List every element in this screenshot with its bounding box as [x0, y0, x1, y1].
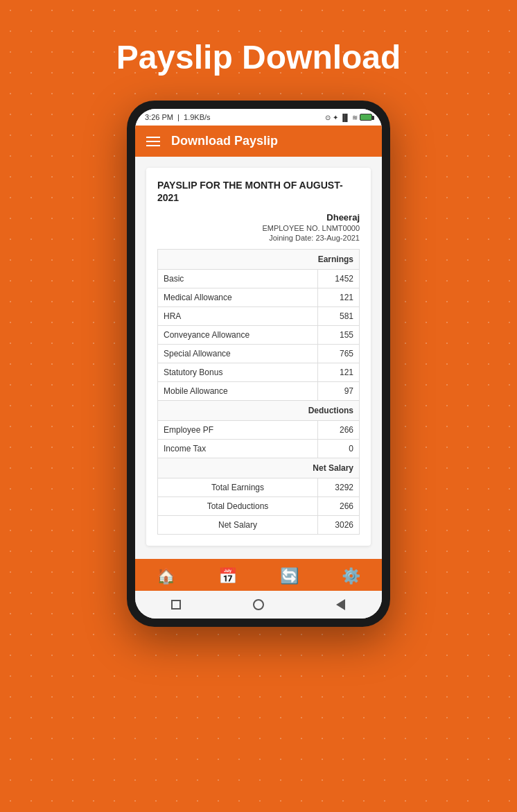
employee-no: EMPLOYEE NO. LNMT0000 — [157, 224, 360, 232]
refresh-icon: 🔄 — [280, 567, 299, 585]
table-row: Mobile Allowance 97 — [158, 382, 360, 401]
special-allowance-label: Special Allowance — [158, 345, 318, 363]
income-tax-label: Income Tax — [158, 440, 318, 458]
statutory-bonus-label: Statutory Bonus — [158, 363, 318, 382]
wifi-icon: ≋ — [352, 114, 358, 121]
table-row: Special Allowance 765 — [158, 345, 360, 363]
page-title: Payslip Download — [0, 0, 517, 101]
home-icon: 🏠 — [157, 567, 175, 585]
total-deductions-label: Total Deductions — [158, 497, 318, 516]
status-icons: ⊙ ✦ ▐▌ ≋ — [325, 114, 372, 121]
conveyance-label: Conveyance Allowance — [158, 326, 318, 345]
android-home-button[interactable] — [252, 598, 265, 612]
payslip-card: PAYSLIP FOR THE MONTH OF AUGUST-2021 Dhe… — [146, 168, 371, 546]
mobile-allowance-label: Mobile Allowance — [158, 382, 318, 401]
table-row: HRA 581 — [158, 307, 360, 326]
total-earnings-row: Total Earnings 3292 — [158, 478, 360, 497]
android-back-button[interactable] — [334, 598, 348, 612]
bottom-nav: 🏠 📅 🔄 ⚙️ — [135, 559, 382, 591]
nav-calendar[interactable]: 📅 — [218, 567, 237, 585]
net-salary-amount-value: 3026 — [318, 516, 360, 535]
status-time-network: 3:26 PM | 1.9KB/s — [145, 113, 211, 121]
medical-allowance-label: Medical Allowance — [158, 288, 318, 307]
table-row: Medical Allowance 121 — [158, 288, 360, 307]
employee-pf-value: 266 — [318, 421, 360, 440]
employee-name: Dheeraj — [157, 212, 360, 223]
net-salary-label: Net Salary — [158, 458, 360, 478]
earnings-header-row: Earnings — [158, 250, 360, 270]
hra-label: HRA — [158, 307, 318, 326]
statutory-bonus-value: 121 — [318, 363, 360, 382]
status-time: 3:26 PM — [145, 113, 173, 121]
income-tax-value: 0 — [318, 440, 360, 458]
nav-home[interactable]: 🏠 — [157, 567, 175, 585]
payslip-header-title: PAYSLIP FOR THE MONTH OF AUGUST-2021 — [157, 179, 360, 204]
medical-allowance-value: 121 — [318, 288, 360, 307]
net-salary-amount-label: Net Salary — [158, 516, 318, 535]
conveyance-value: 155 — [318, 326, 360, 345]
deductions-header-row: Deductions — [158, 401, 360, 421]
media-icon: ⊙ — [325, 114, 331, 121]
content-area: PAYSLIP FOR THE MONTH OF AUGUST-2021 Dhe… — [135, 157, 382, 559]
table-row: Employee PF 266 — [158, 421, 360, 440]
special-allowance-value: 765 — [318, 345, 360, 363]
battery-icon — [360, 114, 372, 121]
triangle-icon — [336, 599, 345, 610]
phone-mockup: 3:26 PM | 1.9KB/s ⊙ ✦ ▐▌ ≋ Download Pays… — [127, 101, 390, 627]
nav-settings[interactable]: ⚙️ — [342, 567, 360, 585]
status-network: 1.9KB/s — [184, 113, 211, 121]
employee-info: Dheeraj EMPLOYEE NO. LNMT0000 Joining Da… — [157, 212, 360, 242]
deductions-label: Deductions — [158, 401, 360, 421]
status-bar: 3:26 PM | 1.9KB/s ⊙ ✦ ▐▌ ≋ — [135, 109, 382, 126]
table-row: Basic 1452 — [158, 270, 360, 288]
settings-icon: ⚙️ — [342, 567, 360, 585]
total-deductions-value: 266 — [318, 497, 360, 516]
mobile-allowance-value: 97 — [318, 382, 360, 401]
signal-bars: ▐▌ — [340, 114, 350, 121]
total-earnings-label: Total Earnings — [158, 478, 318, 497]
calendar-icon: 📅 — [218, 567, 237, 585]
app-bar-title: Download Payslip — [171, 134, 278, 148]
app-bar: Download Payslip — [135, 126, 382, 157]
android-square-button[interactable] — [169, 598, 183, 612]
basic-value: 1452 — [318, 270, 360, 288]
total-earnings-value: 3292 — [318, 478, 360, 497]
square-icon — [171, 600, 181, 610]
table-row: Conveyance Allowance 155 — [158, 326, 360, 345]
payslip-table: Earnings Basic 1452 Medical Allowance 12… — [157, 249, 360, 535]
table-row: Statutory Bonus 121 — [158, 363, 360, 382]
bluetooth-icon: ✦ — [333, 114, 338, 121]
basic-label: Basic — [158, 270, 318, 288]
employee-pf-label: Employee PF — [158, 421, 318, 440]
total-deductions-row: Total Deductions 266 — [158, 497, 360, 516]
joining-date: Joining Date: 23-Aug-2021 — [157, 234, 360, 242]
android-nav-bar — [135, 591, 382, 619]
net-salary-row: Net Salary 3026 — [158, 516, 360, 535]
nav-refresh[interactable]: 🔄 — [280, 567, 299, 585]
net-salary-header-row: Net Salary — [158, 458, 360, 478]
hra-value: 581 — [318, 307, 360, 326]
hamburger-menu[interactable] — [146, 137, 160, 146]
earnings-label: Earnings — [158, 250, 360, 270]
circle-icon — [253, 599, 264, 610]
table-row: Income Tax 0 — [158, 440, 360, 458]
